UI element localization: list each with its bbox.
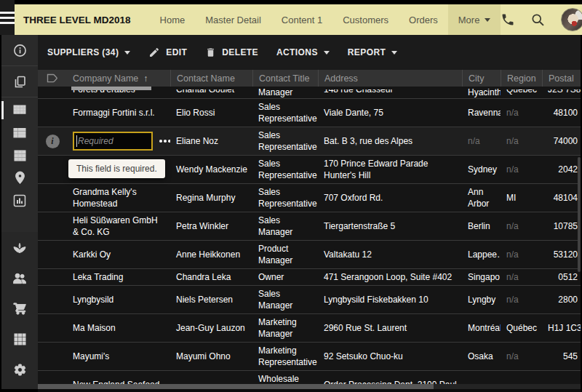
- cell-company: Karkki Oy: [67, 247, 170, 263]
- apps-grid-icon: [14, 333, 26, 345]
- grid-header-row: Company Name ↑ Contact Name Contact Titl…: [38, 70, 581, 87]
- column-header-postal[interactable]: Postal: [542, 70, 581, 87]
- cell-title: Product Manager: [252, 241, 318, 268]
- sidebar-item-map[interactable]: [1, 167, 38, 189]
- row-gutter: [38, 87, 67, 98]
- column-header-contact-title[interactable]: Contact Title: [252, 70, 318, 87]
- nav-item-content-1[interactable]: Content 1: [271, 4, 332, 35]
- info-icon: [13, 44, 27, 57]
- user-avatar[interactable]: [561, 8, 582, 31]
- sidebar-item-table[interactable]: [1, 144, 38, 167]
- cell-title: Owner: [252, 269, 318, 285]
- horizontal-scrollbar[interactable]: [38, 384, 581, 389]
- table-row[interactable]: New England Seafood CanneryRobb Merchant…: [38, 371, 581, 384]
- column-header-company-name[interactable]: Company Name ↑: [67, 70, 170, 87]
- cell-region: Québec: [501, 320, 542, 336]
- table-grid-icon: [14, 150, 26, 161]
- cell-city: n/a: [462, 133, 501, 149]
- header-gutter[interactable]: [38, 70, 67, 87]
- nav-item-customers[interactable]: Customers: [332, 4, 399, 35]
- table-row[interactable]: Leka TradingChandra LekaOwner471 Serango…: [38, 269, 581, 286]
- app-window: THREE LEVEL MD2018 Home Master Detail Co…: [0, 0, 582, 392]
- cart-icon: [13, 302, 27, 315]
- cell-postal: 74000: [542, 133, 581, 149]
- main-nav: Home Master Detail Content 1 Customers O…: [150, 4, 501, 35]
- company-name-editor[interactable]: [73, 132, 153, 151]
- sidebar-item-people[interactable]: [1, 263, 38, 293]
- tag-icon: [47, 73, 58, 84]
- cell-postal: H1J 1C3: [542, 320, 581, 336]
- cell-company: Mayumi's: [67, 348, 170, 364]
- edit-button[interactable]: EDIT: [148, 47, 187, 58]
- chevron-down-icon: [124, 51, 130, 55]
- table-row[interactable]: Ma MaisonJean-Guy LauzonMarketing Manage…: [38, 314, 581, 343]
- row-list-icon: [13, 127, 26, 139]
- cell-address: 2960 Rue St. Laurent: [318, 320, 462, 336]
- sidebar-item-apps[interactable]: [1, 324, 38, 354]
- validation-info-icon: i: [46, 135, 60, 148]
- bar-chart-icon: [13, 194, 26, 207]
- nav-item-home[interactable]: Home: [150, 4, 196, 35]
- cell-region: n/a: [501, 133, 542, 149]
- column-header-region[interactable]: Region: [501, 70, 542, 87]
- nav-item-orders[interactable]: Orders: [399, 4, 448, 35]
- cell-city: Ravenna: [462, 105, 501, 121]
- suppliers-dropdown[interactable]: SUPPLIERS (34): [47, 47, 130, 57]
- search-icon[interactable]: [530, 12, 546, 28]
- cell-title: Sales Representative: [252, 99, 318, 127]
- table-row[interactable]: Grandma Kelly's HomesteadRegina MurphySa…: [38, 184, 581, 212]
- plant-icon: [12, 241, 27, 254]
- horizontal-scrollbar-thumb[interactable]: [38, 384, 434, 389]
- sidebar-item-row-list[interactable]: [1, 121, 38, 144]
- nav-item-more[interactable]: More: [448, 4, 501, 35]
- cell-contact: Chantal Goulet: [170, 89, 252, 95]
- table-row[interactable]: LyngbysildNiels PetersenSales ManagerLyn…: [38, 286, 581, 314]
- table-row[interactable]: Formaggi Fortini s.r.l.Elio RossiSales R…: [38, 99, 581, 127]
- cell-postal: 48100: [542, 105, 581, 121]
- cell-region: MI: [501, 190, 542, 206]
- cell-city: Montréal: [462, 320, 501, 336]
- cell-address: Lyngbysild Fiskebakken 10: [318, 292, 462, 308]
- hamburger-menu-button[interactable]: [0, 0, 15, 35]
- sort-ascending-icon[interactable]: ↑: [143, 73, 148, 84]
- cell-contact: Anne Heikkonen: [170, 247, 252, 263]
- sidebar-item-plant[interactable]: [1, 232, 38, 263]
- cell-postal: J2S 7S8: [542, 89, 581, 95]
- cell-city: Hyacinthe: [462, 87, 501, 98]
- vertical-scrollbar-thumb[interactable]: [578, 157, 581, 272]
- cell-title: Manager: [252, 87, 318, 98]
- column-header-city[interactable]: City: [462, 70, 501, 87]
- cell-city: Osaka: [462, 348, 501, 364]
- cell-city: Lappee…: [462, 247, 501, 263]
- sidebar-item-settings[interactable]: [1, 354, 38, 385]
- phone-icon[interactable]: [501, 12, 515, 27]
- cell-company: Leka Trading: [67, 269, 170, 285]
- delete-button[interactable]: DELETE: [205, 47, 258, 58]
- cell-address: 92 Setsuko Chuo-ku: [318, 348, 462, 364]
- row-gutter: [38, 99, 67, 127]
- cell-title: Marketing Representative: [252, 343, 318, 370]
- cell-region: n/a: [501, 269, 542, 285]
- cell-company: Lyngbysild: [67, 292, 170, 308]
- cell-address: 148 rue Chasseur: [318, 89, 462, 95]
- nav-item-master-detail[interactable]: Master Detail: [195, 4, 271, 35]
- report-dropdown[interactable]: REPORT: [348, 47, 397, 57]
- sidebar-item-data-grid[interactable]: [1, 99, 38, 121]
- cell-address: Bat. B 3, rue des Alpes: [318, 133, 462, 149]
- grid-toolbar: SUPPLIERS (34) EDIT DELETE ACTIONS REPOR…: [38, 35, 581, 70]
- column-header-address[interactable]: Address: [318, 70, 462, 87]
- editor-ellipsis-button[interactable]: [159, 140, 170, 143]
- column-scroll-indicator[interactable]: [71, 87, 151, 90]
- company-name-input[interactable]: [74, 133, 151, 149]
- table-row[interactable]: i Eliane NozSales RepresentativeBat. B 3…: [38, 127, 581, 156]
- table-row[interactable]: Mayumi'sMayumi OhnoMarketing Representat…: [38, 343, 581, 371]
- actions-dropdown[interactable]: ACTIONS: [276, 47, 330, 57]
- sidebar-item-pages[interactable]: [1, 66, 38, 97]
- table-row[interactable]: Karkki OyAnne HeikkonenProduct ManagerVa…: [38, 241, 581, 269]
- column-header-contact-name[interactable]: Contact Name: [170, 70, 252, 87]
- data-grid-icon: [13, 105, 26, 116]
- table-row[interactable]: Heli Süßwaren GmbH & Co. KGPetra Winkler…: [38, 212, 581, 241]
- sidebar-item-cart[interactable]: [1, 293, 38, 324]
- sidebar-item-chart[interactable]: [1, 189, 38, 212]
- sidebar-item-info[interactable]: [1, 35, 38, 66]
